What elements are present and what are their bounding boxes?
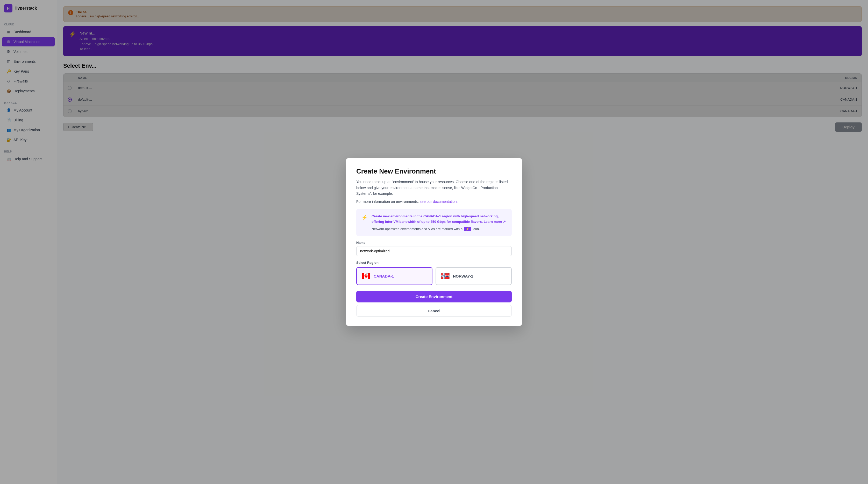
- info-lightning-icon: ⚡: [362, 214, 368, 221]
- info-box: ⚡ Create new environments in the CANADA-…: [356, 209, 512, 236]
- cancel-button[interactable]: Cancel: [356, 305, 512, 317]
- info-box-content: Create new environments in the CANADA-1 …: [372, 214, 506, 231]
- create-environment-modal: Create New Environment You need to set u…: [346, 158, 522, 326]
- name-label: Name: [356, 241, 512, 245]
- info-highlight-text: Create new environments in the CANADA-1 …: [372, 214, 506, 225]
- canada-flag-icon: 🇨🇦: [362, 272, 371, 280]
- modal-description-1: You need to set up an 'environment' to h…: [356, 179, 512, 196]
- doc-link[interactable]: see our documentation.: [420, 199, 458, 204]
- norway-flag-icon: 🇳🇴: [441, 272, 450, 280]
- region-norway-1[interactable]: 🇳🇴 NORWAY-1: [436, 267, 512, 285]
- norway-label: NORWAY-1: [453, 274, 473, 278]
- create-env-label: Create Environment: [415, 294, 453, 299]
- modal-overlay: Create New Environment You need to set u…: [0, 0, 868, 484]
- info-subtext-end: icon.: [473, 227, 479, 231]
- info-subtext-prefix: Network-optimized environments and VMs a…: [372, 227, 463, 231]
- region-canada-1[interactable]: 🇨🇦 CANADA-1: [356, 267, 432, 285]
- speed-icon-badge: ⚡: [464, 227, 471, 231]
- cancel-label: Cancel: [428, 309, 440, 313]
- info-subtext: Network-optimized environments and VMs a…: [372, 227, 506, 231]
- modal-description-2: For more information on environments, se…: [356, 199, 512, 204]
- region-select-label: Select Region: [356, 261, 512, 264]
- info-highlight: Create new environments in the CANADA-1 …: [372, 214, 506, 224]
- region-options: 🇨🇦 CANADA-1 🇳🇴 NORWAY-1: [356, 267, 512, 285]
- modal-title: Create New Environment: [356, 167, 512, 175]
- modal-desc-prefix: For more information on environments,: [356, 199, 419, 204]
- create-environment-button[interactable]: Create Environment: [356, 291, 512, 303]
- canada-label: CANADA-1: [374, 274, 394, 278]
- name-input[interactable]: [356, 246, 512, 256]
